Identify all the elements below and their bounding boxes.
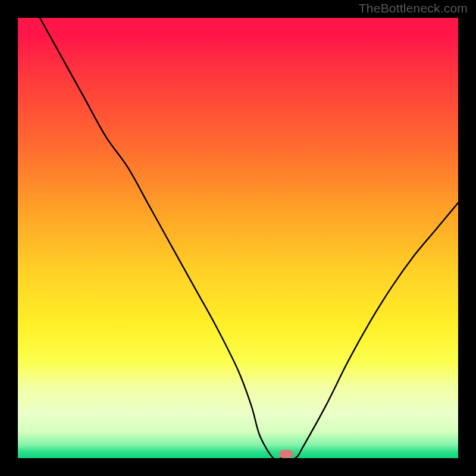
bottleneck-curve [18,18,458,458]
plot-area [18,18,458,458]
attribution-text: TheBottleneck.com [359,1,468,15]
chart-frame: TheBottleneck.com [0,0,476,476]
optimal-marker [279,450,293,458]
